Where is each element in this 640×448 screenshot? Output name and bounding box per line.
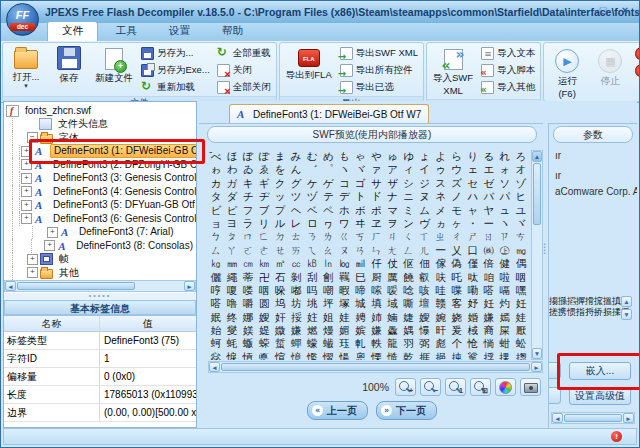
glyph-cell[interactable]: 媄 <box>240 324 256 337</box>
glyph-cell[interactable]: ヽ <box>497 217 513 230</box>
glyph-cell[interactable]: 灼 <box>497 297 513 310</box>
tree-hscrollbar[interactable]: ◄ ► <box>4 280 196 292</box>
glyph-cell[interactable]: ㄙ <box>208 244 224 257</box>
table-row[interactable]: 长度17865013 (0x1109935) <box>4 386 196 404</box>
glyph-cell[interactable]: 嗄 <box>224 284 240 297</box>
glyph-cell[interactable]: 坪 <box>320 297 336 310</box>
ribbon-button-另存为Exe...[interactable]: 另存为Exe... <box>139 63 212 78</box>
expand-icon[interactable]: + <box>27 254 38 265</box>
glyph-cell[interactable]: 燃 <box>304 324 320 337</box>
glyph-cell[interactable]: ㊤ <box>497 244 513 257</box>
error-status-icon[interactable]: ! <box>611 431 622 442</box>
glyph-cell[interactable]: ヨ <box>224 217 240 230</box>
glyph-cell[interactable]: 怆 <box>465 337 481 350</box>
characters-scrollbar[interactable]: ▲ ▼ <box>621 296 632 320</box>
glyph-cell[interactable]: 赣 <box>433 297 449 310</box>
glyph-cell[interactable]: ヲ <box>385 217 401 230</box>
glyph-cell[interactable]: ト <box>352 190 368 203</box>
glyph-cell[interactable]: 屎 <box>497 324 513 337</box>
ribbon-button-保存[interactable]: 保存 <box>49 44 89 95</box>
glyph-cell[interactable]: ミ <box>401 204 417 217</box>
glyph-cell[interactable]: 熳 <box>320 324 336 337</box>
tree-item[interactable]: +DefineFont3 (4: Genesis Controller Butt… <box>6 185 196 199</box>
glyph-cell[interactable]: ビ <box>208 204 224 217</box>
embed-button[interactable]: 嵌入... <box>569 362 631 380</box>
glyph-cell[interactable]: 吒 <box>449 271 465 284</box>
glyph-cell[interactable]: 媞 <box>256 324 272 337</box>
glyph-cell[interactable]: 城 <box>352 297 368 310</box>
tree-item[interactable]: +DefineFont3 (5: DFYuan-GB Otf W7 Regula… <box>6 199 196 213</box>
glyph-cell[interactable]: ㄔ <box>449 230 465 243</box>
glyph-cell[interactable]: ブ <box>256 204 272 217</box>
clipped-button[interactable] <box>548 362 561 379</box>
glyph-cell[interactable]: ポ <box>368 204 384 217</box>
menu-tab-工具[interactable]: 工具 <box>102 22 151 41</box>
glyph-cell[interactable]: ゴ <box>352 177 368 190</box>
glyph-cell[interactable]: ㄇ <box>240 230 256 243</box>
glyph-cell[interactable]: リ <box>256 217 272 230</box>
tree-item[interactable]: +其他 <box>6 266 196 280</box>
glyph-cell[interactable]: ゥ <box>433 163 449 176</box>
glyph-cell[interactable]: ゛ <box>304 163 320 176</box>
glyph-cell[interactable]: ダ <box>224 190 240 203</box>
glyph-cell[interactable]: 娜 <box>240 311 256 324</box>
glyph-cell[interactable]: ウ <box>449 163 465 176</box>
glyph-cell[interactable]: ㏕ <box>352 257 368 270</box>
glyph-cell[interactable]: 媀 <box>401 324 417 337</box>
glyph-cell[interactable]: 嫌 <box>481 311 497 324</box>
expand-icon[interactable]: + <box>21 186 32 197</box>
glyph-cell[interactable]: り <box>465 150 481 163</box>
glyph-cell[interactable]: ュ <box>497 204 513 217</box>
glyph-cell[interactable]: 垗 <box>304 297 320 310</box>
glyph-cell[interactable]: ノ <box>449 190 465 203</box>
scroll-down-icon[interactable]: ▼ <box>621 309 632 320</box>
glyph-cell[interactable]: 捱 <box>417 351 433 360</box>
glyph-cell[interactable]: 慥 <box>385 351 401 360</box>
glyph-cell[interactable]: カ <box>208 177 224 190</box>
glyph-cell[interactable]: 嫂 <box>417 311 433 324</box>
glyph-cell[interactable]: る <box>481 150 497 163</box>
glyph-cell[interactable]: ㄌ <box>320 230 336 243</box>
glyph-cell[interactable]: 喋 <box>449 284 465 297</box>
glyph-cell[interactable]: ㄑ <box>401 230 417 243</box>
glyph-cell[interactable]: 乂 <box>449 244 465 257</box>
glyph-cell[interactable]: ピ <box>224 204 240 217</box>
glyph-cell[interactable]: ヘ <box>288 204 304 217</box>
glyph-cell[interactable]: 棫 <box>465 324 481 337</box>
glyph-cell[interactable]: ニ <box>401 190 417 203</box>
glyph-cell[interactable]: 軼 <box>368 337 384 350</box>
glyph-cell[interactable]: ㏄ <box>288 257 304 270</box>
glyph-cell[interactable]: ゅ <box>385 150 401 163</box>
glyph-cell[interactable]: 厲 <box>385 271 401 284</box>
zoom-fit-button[interactable]: ⊡ <box>470 378 491 396</box>
glyph-cell[interactable]: ザ <box>385 177 401 190</box>
scroll-up-icon[interactable]: ▲ <box>621 296 632 307</box>
glyph-cell[interactable]: 妤 <box>465 297 481 310</box>
glyph-cell[interactable]: ォ <box>497 163 513 176</box>
ribbon-button-导出已选[interactable]: 导出已选 <box>338 80 420 95</box>
glyph-cell[interactable]: ㎡ <box>272 257 288 270</box>
glyph-cell[interactable]: ケ <box>304 177 320 190</box>
glyph-cell[interactable]: 龍 <box>385 337 401 350</box>
glyph-cell[interactable]: 口 <box>465 244 481 257</box>
glyph-cell[interactable]: 繩 <box>224 271 240 284</box>
glyph-cell[interactable]: む <box>304 150 320 163</box>
glyph-cell[interactable]: ョ <box>208 217 224 230</box>
expand-icon[interactable]: + <box>21 159 32 170</box>
glyph-cell[interactable]: 彪 <box>433 337 449 350</box>
glyph-cell[interactable]: ゐ <box>240 163 256 176</box>
glyph-cell[interactable]: 蝾 <box>256 337 272 350</box>
tree-item[interactable]: +DefineFont3 (3: Genesis Controller Butt… <box>6 172 196 186</box>
glyph-cell[interactable]: 嚼 <box>240 297 256 310</box>
glyph-cell[interactable]: 珏 <box>336 337 352 350</box>
glyph-cell[interactable]: ベ <box>304 204 320 217</box>
glyph-cell[interactable]: 婚 <box>465 311 481 324</box>
glyph-cell[interactable]: ギ <box>256 177 272 190</box>
glyph-cell[interactable]: ゼ <box>481 177 497 190</box>
glyph-cell[interactable]: ガ <box>224 177 240 190</box>
glyph-cell[interactable]: 裔 <box>481 324 497 337</box>
zoom-in-button[interactable]: + <box>395 378 416 396</box>
expand-icon[interactable]: + <box>21 173 32 184</box>
glyph-cell[interactable]: 啦 <box>497 271 513 284</box>
tree-item[interactable]: fonts_zhcn.swf <box>6 104 196 118</box>
